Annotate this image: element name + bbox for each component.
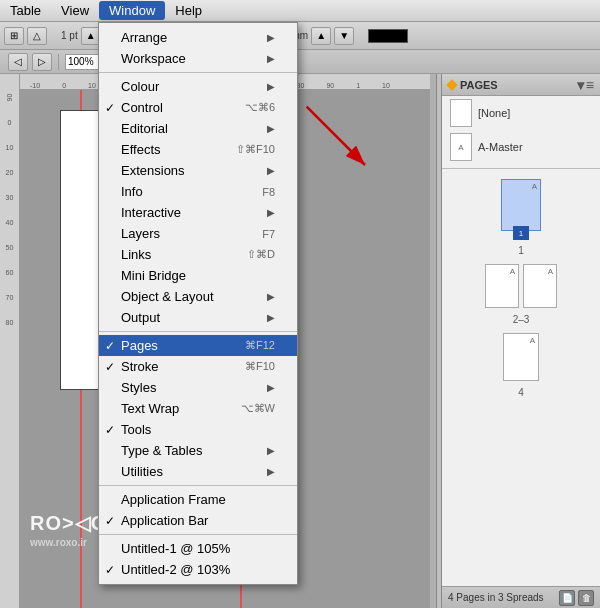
ruler-v-label: 90 xyxy=(6,94,13,102)
page-2-thumb[interactable]: A xyxy=(485,264,519,308)
menu-item-app-frame-label: Application Frame xyxy=(121,492,226,507)
menu-item-untitled2[interactable]: ✓ Untitled-2 @ 103% xyxy=(99,559,297,580)
interactive-arrow: ▶ xyxy=(267,207,275,218)
menu-item-effects-label: Effects xyxy=(121,142,161,157)
menu-item-untitled1[interactable]: Untitled-1 @ 105% xyxy=(99,538,297,559)
menu-item-control[interactable]: ✓ Control ⌥⌘6 xyxy=(99,97,297,118)
menu-item-minibridge-label: Mini Bridge xyxy=(121,268,186,283)
styles-arrow: ▶ xyxy=(267,382,275,393)
control-check: ✓ xyxy=(105,101,115,115)
textwrap-shortcut: ⌥⌘W xyxy=(241,402,275,415)
menu-item-output-label: Output xyxy=(121,310,160,325)
footer-btn-delete[interactable]: 🗑 xyxy=(578,590,594,606)
page-4-thumb[interactable]: A xyxy=(503,333,539,381)
control-shortcut: ⌥⌘6 xyxy=(245,101,275,114)
menu-item-output[interactable]: Output ▶ xyxy=(99,307,297,328)
page-3-thumb[interactable]: A xyxy=(523,264,557,308)
utilities-arrow: ▶ xyxy=(267,466,275,477)
master-none-label: [None] xyxy=(478,107,510,119)
footer-buttons: 📄 🗑 xyxy=(559,590,594,606)
ruler-h-neg10: -10 xyxy=(30,82,40,89)
panel-collapse-icon[interactable]: ▾ xyxy=(577,77,584,93)
page-4-letter: A xyxy=(530,336,535,345)
spreads-container: A 1 1 A A 2–3 xyxy=(442,173,600,404)
page-1-thumb[interactable]: A 1 xyxy=(501,179,541,231)
toolbar-btn2[interactable]: △ xyxy=(27,27,47,45)
output-arrow: ▶ xyxy=(267,312,275,323)
ruler-h-10: 10 xyxy=(88,82,96,89)
toolbar: ⊞ △ 1 pt ▲ ▼ ⊡ fx ≡ ≡ ≡ 4.233 mm ▲ ▼ xyxy=(0,22,600,50)
spread-2-label: 2–3 xyxy=(513,314,530,325)
page-1-letter: A xyxy=(532,182,537,191)
menu-item-styles-label: Styles xyxy=(121,380,156,395)
object-layout-arrow: ▶ xyxy=(267,291,275,302)
menu-item-effects[interactable]: Effects ⇧⌘F10 xyxy=(99,139,297,160)
window-dropdown-menu: Arrange ▶ Workspace ▶ Colour ▶ ✓ Control… xyxy=(98,22,298,585)
pages-check: ✓ xyxy=(105,339,115,353)
menu-view[interactable]: View xyxy=(51,1,99,20)
menu-item-textwrap-label: Text Wrap xyxy=(121,401,179,416)
master-none-thumb xyxy=(450,99,472,127)
sep2 xyxy=(99,331,297,332)
tb2-btn1[interactable]: ◁ xyxy=(8,53,28,71)
menu-item-stroke[interactable]: ✓ Stroke ⌘F10 xyxy=(99,356,297,377)
menu-item-editorial-label: Editorial xyxy=(121,121,168,136)
menu-item-tools[interactable]: ✓ Tools xyxy=(99,419,297,440)
menu-item-arrange[interactable]: Arrange ▶ xyxy=(99,27,297,48)
menu-item-app-frame[interactable]: Application Frame xyxy=(99,489,297,510)
menu-item-editorial[interactable]: Editorial ▶ xyxy=(99,118,297,139)
menu-item-utilities[interactable]: Utilities ▶ xyxy=(99,461,297,482)
pages-panel: PAGES ▾ ≡ [None] A A-Master A 1 1 xyxy=(440,74,600,608)
ruler-h-10b: 10 xyxy=(382,82,390,89)
logo-text: RO>◁O xyxy=(30,511,107,535)
menu-item-colour[interactable]: Colour ▶ xyxy=(99,76,297,97)
spread-1-label: 1 xyxy=(518,245,524,256)
tb2-btn2[interactable]: ▷ xyxy=(32,53,52,71)
toolbar-transform[interactable]: ⊞ xyxy=(4,27,24,45)
menu-item-layers[interactable]: Layers F7 xyxy=(99,223,297,244)
menu-item-pages[interactable]: ✓ Pages ⌘F12 xyxy=(99,335,297,356)
extensions-arrow: ▶ xyxy=(267,165,275,176)
editorial-arrow: ▶ xyxy=(267,123,275,134)
ruler-v-30: 30 xyxy=(6,194,14,201)
menu-item-interactive[interactable]: Interactive ▶ xyxy=(99,202,297,223)
menu-item-styles[interactable]: Styles ▶ xyxy=(99,377,297,398)
sep4 xyxy=(99,534,297,535)
ruler-vertical: 90 0 10 20 30 40 50 60 70 80 xyxy=(0,74,20,608)
menu-item-links[interactable]: Links ⇧⌘D xyxy=(99,244,297,265)
appbar-check: ✓ xyxy=(105,514,115,528)
stroke-check: ✓ xyxy=(105,360,115,374)
menu-table[interactable]: Table xyxy=(0,1,51,20)
sep3 xyxy=(99,485,297,486)
menu-item-info[interactable]: Info F8 xyxy=(99,181,297,202)
toolbar-width-down[interactable]: ▼ xyxy=(334,27,354,45)
pages-shortcut: ⌘F12 xyxy=(245,339,275,352)
toolbar-width-up[interactable]: ▲ xyxy=(311,27,331,45)
menu-item-stroke-label: Stroke xyxy=(121,359,159,374)
master-a-thumb: A xyxy=(450,133,472,161)
menu-item-app-bar[interactable]: ✓ Application Bar xyxy=(99,510,297,531)
menu-item-textwrap[interactable]: Text Wrap ⌥⌘W xyxy=(99,398,297,419)
pages-panel-footer: 4 Pages in 3 Spreads 📄 🗑 xyxy=(442,586,600,608)
menu-bar: Table View Window Help xyxy=(0,0,600,22)
menu-item-workspace[interactable]: Workspace ▶ xyxy=(99,48,297,69)
master-a-row[interactable]: A A-Master xyxy=(442,130,600,164)
master-none-row[interactable]: [None] xyxy=(442,96,600,130)
menu-help[interactable]: Help xyxy=(165,1,212,20)
menu-item-extensions[interactable]: Extensions ▶ xyxy=(99,160,297,181)
spread-3-pages: A xyxy=(503,333,539,381)
page-1-number-badge: 1 xyxy=(513,226,529,240)
menu-item-links-label: Links xyxy=(121,247,151,262)
menu-item-type-tables[interactable]: Type & Tables ▶ xyxy=(99,440,297,461)
menu-item-minibridge[interactable]: Mini Bridge xyxy=(99,265,297,286)
menu-window[interactable]: Window xyxy=(99,1,165,20)
footer-btn-new[interactable]: 📄 xyxy=(559,590,575,606)
menu-item-workspace-label: Workspace xyxy=(121,51,186,66)
menu-item-object-layout[interactable]: Object & Layout ▶ xyxy=(99,286,297,307)
panel-resize-handle[interactable] xyxy=(436,74,442,608)
stroke-shortcut: ⌘F10 xyxy=(245,360,275,373)
menu-item-info-label: Info xyxy=(121,184,143,199)
ruler-v-80: 80 xyxy=(6,319,14,326)
ruler-v-50: 50 xyxy=(6,244,14,251)
panel-menu-icon[interactable]: ≡ xyxy=(586,77,594,93)
